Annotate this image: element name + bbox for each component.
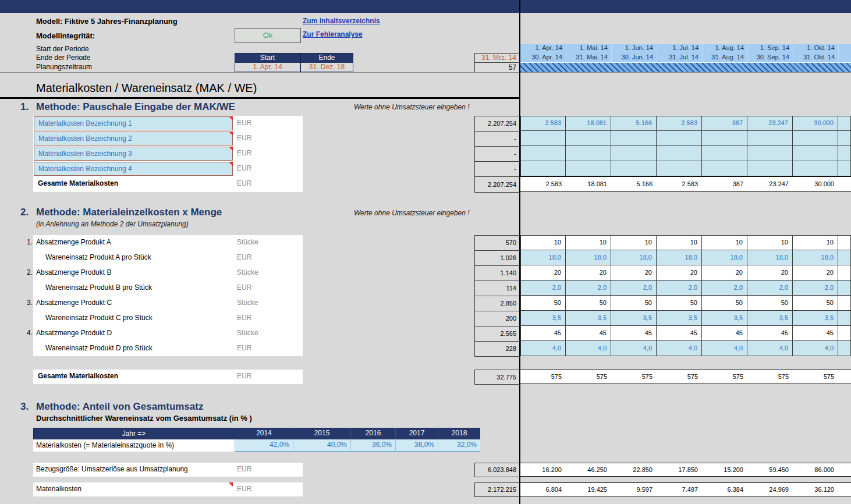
month-input-cell[interactable]: 4,0 xyxy=(747,341,793,356)
prev-period-end-cell: 31. Mrz. 14 xyxy=(474,53,520,63)
band-value: 6.804 xyxy=(520,483,566,496)
month-input-cell[interactable]: 2,0 xyxy=(566,281,611,296)
error-analysis-link[interactable]: Zur Fehleranalyse xyxy=(303,30,363,39)
month-input-cell[interactable] xyxy=(702,146,747,161)
year-header-cell: 2017 xyxy=(395,428,438,439)
toc-link[interactable]: Zum Inhaltsverzeichnis xyxy=(303,17,380,26)
month-input-cell[interactable] xyxy=(702,131,747,146)
month-input-cell[interactable]: 18,0 xyxy=(520,250,566,265)
month-qty-cell: 45 xyxy=(793,326,838,341)
band-value: 59.450 xyxy=(747,463,793,476)
month-start-header: 1. Aug. 14 xyxy=(702,44,747,53)
unit-label: EUR xyxy=(237,116,278,131)
unit-label: Stücke xyxy=(237,296,278,311)
month-input-cell[interactable] xyxy=(657,161,702,176)
month-input-cell[interactable] xyxy=(566,146,611,161)
month-input-cell[interactable] xyxy=(520,161,566,176)
month-input-cell[interactable]: 3,5 xyxy=(520,311,566,326)
quota-value-cell[interactable]: 32,0% xyxy=(438,439,480,452)
month-qty-cell: 45 xyxy=(747,326,793,341)
row-total-cell: 114 xyxy=(474,281,520,296)
month-input-cell[interactable] xyxy=(793,146,838,161)
product-row-label: Wareneinsatz Produkt A pro Stück xyxy=(45,250,232,265)
month-qty-cell: 20 xyxy=(520,265,566,281)
month-input-cell[interactable] xyxy=(657,146,702,161)
month-input-cell[interactable]: 18,0 xyxy=(747,250,793,265)
month-input-cell[interactable]: 2.583 xyxy=(657,116,702,131)
month-input-cell[interactable]: 387 xyxy=(702,116,747,131)
month-input-cell[interactable]: 3,5 xyxy=(611,311,657,326)
band-value: 575 xyxy=(566,370,611,384)
month-end-header: 31. Aug. 14 xyxy=(702,53,747,62)
material-label-input[interactable]: Materialkosten Bezeichnung 3 xyxy=(34,147,233,161)
quota-value-cell[interactable]: 36,0% xyxy=(395,439,438,452)
month-input-cell[interactable]: 4,0 xyxy=(520,341,566,356)
month-input-cell[interactable] xyxy=(747,146,793,161)
month-input-cell[interactable] xyxy=(566,161,611,176)
month-input-cell[interactable] xyxy=(793,131,838,146)
month-qty-cell: 50 xyxy=(702,296,747,311)
month-input-cell[interactable]: 2,0 xyxy=(702,281,747,296)
month-input-cell[interactable]: 18,0 xyxy=(566,250,611,265)
month-input-cell[interactable]: 3,5 xyxy=(566,311,611,326)
month-input-cell[interactable]: 18,0 xyxy=(657,250,702,265)
month-input-cell xyxy=(838,131,851,146)
month-input-cell[interactable]: 3,5 xyxy=(747,311,793,326)
month-input-cell[interactable] xyxy=(566,131,611,146)
month-input-cell[interactable]: 2.583 xyxy=(520,116,566,131)
month-input-cell[interactable]: 4,0 xyxy=(793,341,838,356)
quota-value-cell[interactable]: 42,0% xyxy=(235,439,293,452)
month-input-cell[interactable]: 3,5 xyxy=(657,311,702,326)
month-input-cell[interactable]: 2,0 xyxy=(520,281,566,296)
material-label-input[interactable]: Materialkosten Bezeichnung 4 xyxy=(34,162,233,176)
month-input-cell[interactable] xyxy=(747,161,793,176)
month-qty-cell: 45 xyxy=(566,326,611,341)
quota-value-cell[interactable]: 40,0% xyxy=(293,439,350,452)
month-input-cell[interactable]: 3,5 xyxy=(702,311,747,326)
comment-marker-icon xyxy=(229,162,233,166)
month-input-cell[interactable]: 3,5 xyxy=(793,311,838,326)
month-input-cell[interactable] xyxy=(520,131,566,146)
grid-border xyxy=(520,235,521,356)
band-value: 36.120 xyxy=(793,483,838,496)
timeline-hatch xyxy=(520,62,851,72)
month-qty-cell: 10 xyxy=(702,235,747,250)
band-value: 18.081 xyxy=(566,177,611,191)
month-input-cell[interactable] xyxy=(747,131,793,146)
month-input-cell[interactable]: 2,0 xyxy=(611,281,657,296)
pane-divider[interactable] xyxy=(519,0,520,504)
end-value-cell[interactable]: 31. Dez. 18 xyxy=(300,62,353,72)
month-input-cell[interactable] xyxy=(793,161,838,176)
month-input-cell[interactable]: 5.166 xyxy=(611,116,657,131)
section3-number: 3. xyxy=(20,400,29,413)
start-value-cell[interactable]: 1. Apr. 14 xyxy=(235,62,300,72)
month-input-cell[interactable]: 4,0 xyxy=(702,341,747,356)
month-input-cell[interactable]: 18,0 xyxy=(611,250,657,265)
month-input-cell[interactable] xyxy=(520,146,566,161)
month-input-cell[interactable] xyxy=(611,161,657,176)
month-input-cell[interactable]: 18,0 xyxy=(793,250,838,265)
month-input-cell[interactable]: 4,0 xyxy=(657,341,702,356)
month-input-cell[interactable] xyxy=(611,146,657,161)
month-input-cell[interactable]: 30.000 xyxy=(793,116,838,131)
month-input-cell[interactable] xyxy=(611,131,657,146)
month-input-cell[interactable]: 18,0 xyxy=(702,250,747,265)
month-qty-cell: 10 xyxy=(520,235,566,250)
month-input-cell[interactable]: 18.081 xyxy=(566,116,611,131)
quota-value-cell[interactable]: 36,0% xyxy=(350,439,395,452)
material-label-input[interactable]: Materialkosten Bezeichnung 1 xyxy=(34,116,233,130)
month-input-cell[interactable] xyxy=(702,161,747,176)
row-total-cell: 1.026 xyxy=(474,250,520,266)
month-end-header: 30. Apr. 14 xyxy=(520,53,566,62)
material-label-input[interactable]: Materialkosten Bezeichnung 2 xyxy=(34,132,233,145)
month-input-cell[interactable]: 23.247 xyxy=(747,116,793,131)
grand-total-cell: 32.775 xyxy=(474,370,520,385)
month-input-cell[interactable]: 2,0 xyxy=(657,281,702,296)
grand-total-cell: 2.207.254 xyxy=(474,176,520,193)
month-input-cell[interactable]: 4,0 xyxy=(566,341,611,356)
month-input-cell[interactable]: 2,0 xyxy=(793,281,838,296)
month-input-cell[interactable]: 4,0 xyxy=(611,341,657,356)
grid-border xyxy=(520,116,521,176)
month-input-cell[interactable] xyxy=(657,131,702,146)
month-input-cell[interactable]: 2,0 xyxy=(747,281,793,296)
